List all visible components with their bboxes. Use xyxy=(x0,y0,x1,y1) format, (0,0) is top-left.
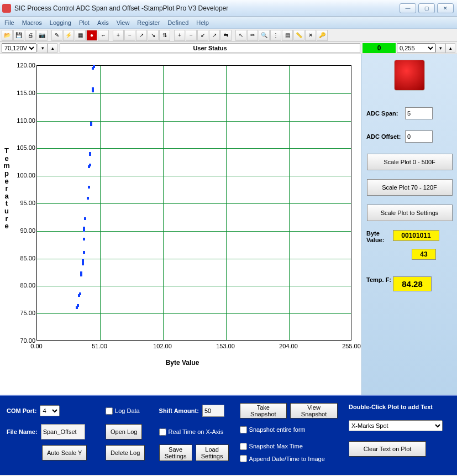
snapshot-form-checkbox[interactable] xyxy=(240,426,247,433)
zoom-icon[interactable]: 🔍 xyxy=(259,30,270,41)
x-minus-icon[interactable]: − xyxy=(186,30,197,41)
x-range-up-icon[interactable]: ▴ xyxy=(445,43,455,53)
delete-log-button[interactable]: Delete Log xyxy=(106,445,145,461)
y-tick: 100.00 xyxy=(11,172,35,179)
cursor-icon[interactable]: ↖ xyxy=(235,30,246,41)
scale-70-120-button[interactable]: Scale Plot 70 - 120F xyxy=(367,179,453,196)
ruler-icon[interactable]: 📏 xyxy=(293,30,304,41)
data-point xyxy=(83,227,85,229)
x-left-icon[interactable]: ↙ xyxy=(197,30,208,41)
open-icon[interactable]: 📂 xyxy=(2,30,13,41)
data-point xyxy=(89,164,91,166)
save-icon[interactable]: 💾 xyxy=(13,30,24,41)
file-name-input[interactable] xyxy=(41,424,85,440)
app-icon xyxy=(2,4,11,13)
y-up-icon[interactable]: ↗ xyxy=(136,30,147,41)
x-fit-icon[interactable]: ⇆ xyxy=(220,30,232,41)
print-icon[interactable]: 🖨 xyxy=(25,30,36,41)
maximize-button[interactable]: ▢ xyxy=(418,3,435,13)
menu-file[interactable]: File xyxy=(4,19,14,26)
key-icon[interactable]: 🔑 xyxy=(317,30,328,41)
scale-0-500-button[interactable]: Scale Plot 0 - 500F xyxy=(367,154,453,170)
append-dt-label: Append Date/Time to Image xyxy=(249,456,325,462)
load-settings-button[interactable]: Load Settings xyxy=(196,444,229,461)
log-data-checkbox[interactable] xyxy=(106,407,113,415)
x-plus-icon[interactable]: + xyxy=(174,30,185,41)
x-range-select[interactable]: 0,255 xyxy=(397,43,435,53)
data-point xyxy=(82,259,84,261)
take-snapshot-button[interactable]: Take Snapshot xyxy=(240,403,287,419)
data-point xyxy=(90,122,92,124)
snapshot-max-label: Snapshot Max Time xyxy=(249,443,303,449)
menu-register[interactable]: Register xyxy=(137,19,160,26)
menu-axis[interactable]: Axis xyxy=(97,19,109,26)
data-point xyxy=(92,87,94,90)
y-range-up-icon[interactable]: ▴ xyxy=(48,43,57,53)
y-tick: 80.00 xyxy=(11,282,35,289)
menu-help[interactable]: Help xyxy=(196,19,209,26)
shift-amount-input[interactable] xyxy=(202,405,224,417)
bottom-panel: COM Port: 4 File Name: Auto Scale Y Log … xyxy=(0,395,457,475)
y-down-icon[interactable]: ↘ xyxy=(148,30,159,41)
snapshot-max-checkbox[interactable] xyxy=(240,443,247,450)
com-port-label: COM Port: xyxy=(7,407,36,414)
y-tick: 110.00 xyxy=(11,117,35,124)
data-point xyxy=(83,251,85,254)
status-row: 70,120V ▾ ▴ User Status 0 0,255 ▾ ▴ xyxy=(0,42,457,54)
x-tick: 255.00 xyxy=(340,343,363,349)
plot-canvas[interactable] xyxy=(36,65,351,341)
menu-macros[interactable]: Macros xyxy=(22,19,42,26)
menu-defined[interactable]: Defined xyxy=(167,19,188,26)
view-snapshot-button[interactable]: View Snapshot xyxy=(290,403,338,419)
com-port-select[interactable]: 4 xyxy=(40,405,60,416)
x-right-icon[interactable]: ↗ xyxy=(209,30,220,41)
save-settings-button[interactable]: Save Settings xyxy=(159,444,192,461)
text-mode-select[interactable]: X-Marks Spot xyxy=(349,420,443,431)
stop-icon[interactable]: ● xyxy=(86,30,97,41)
menu-view[interactable]: View xyxy=(117,19,130,26)
real-time-checkbox[interactable] xyxy=(159,428,166,436)
clear-text-button[interactable]: Clear Text on Plot xyxy=(349,441,426,457)
wand-icon[interactable]: ⚡ xyxy=(63,30,74,41)
points-icon[interactable]: ⋮ xyxy=(270,30,281,41)
y-range-down-icon[interactable]: ▾ xyxy=(38,43,48,53)
menu-plot[interactable]: Plot xyxy=(79,19,90,26)
auto-scale-y-button[interactable]: Auto Scale Y xyxy=(42,445,87,461)
cross-icon[interactable]: ✕ xyxy=(305,30,316,41)
back-icon[interactable]: ← xyxy=(98,30,109,41)
adc-offset-input[interactable] xyxy=(405,130,433,143)
data-point xyxy=(89,152,91,155)
adc-span-input[interactable] xyxy=(405,107,433,119)
marker-icon[interactable]: ✎ xyxy=(51,30,62,41)
shift-amount-label: Shift Amount: xyxy=(159,407,199,414)
data-point xyxy=(83,238,85,240)
title-bar: SIC Process Control ADC Span and Offset … xyxy=(0,0,457,17)
menu-bar: File Macros Logging Plot Axis View Regis… xyxy=(0,17,457,29)
y-fit-icon[interactable]: ⇅ xyxy=(159,30,170,41)
scale-settings-button[interactable]: Scale Plot to Settings xyxy=(367,205,453,221)
log-data-label: Log Data xyxy=(115,407,140,414)
x-range-down-icon[interactable]: ▾ xyxy=(435,43,445,53)
snapshot-form-label: Snapshot entire form xyxy=(249,426,306,433)
y-range-select[interactable]: 70,120V xyxy=(2,43,36,53)
grid-icon[interactable]: ▦ xyxy=(75,30,86,41)
append-dt-checkbox[interactable] xyxy=(240,455,247,462)
user-status-field: User Status xyxy=(60,43,360,53)
plot-area[interactable]: Temperature Byte Value 70.0075.0080.0085… xyxy=(0,54,361,395)
camera-icon[interactable]: 📷 xyxy=(36,30,48,41)
counter-display: 0 xyxy=(363,43,396,53)
y-tick: 95.00 xyxy=(11,200,35,206)
close-button[interactable]: ✕ xyxy=(437,3,454,13)
y-minus-icon[interactable]: − xyxy=(124,30,135,41)
menu-logging[interactable]: Logging xyxy=(50,19,71,26)
pen-icon[interactable]: ✏ xyxy=(247,30,258,41)
toolbar: 📂 💾 🖨 📷 ✎ ⚡ ▦ ● ← + − ↗ ↘ ⇅ + − ↙ ↗ ⇆ ↖ … xyxy=(0,29,457,42)
byte-binary-display: 00101011 xyxy=(393,230,439,241)
open-log-button[interactable]: Open Log xyxy=(106,424,142,440)
stamps-logo-icon xyxy=(394,60,425,91)
x-tick: 0.00 xyxy=(25,343,48,349)
y-plus-icon[interactable]: + xyxy=(113,30,124,41)
calc-icon[interactable]: ▤ xyxy=(282,30,293,41)
minimize-button[interactable]: — xyxy=(400,3,416,13)
x-tick: 204.00 xyxy=(277,343,300,349)
